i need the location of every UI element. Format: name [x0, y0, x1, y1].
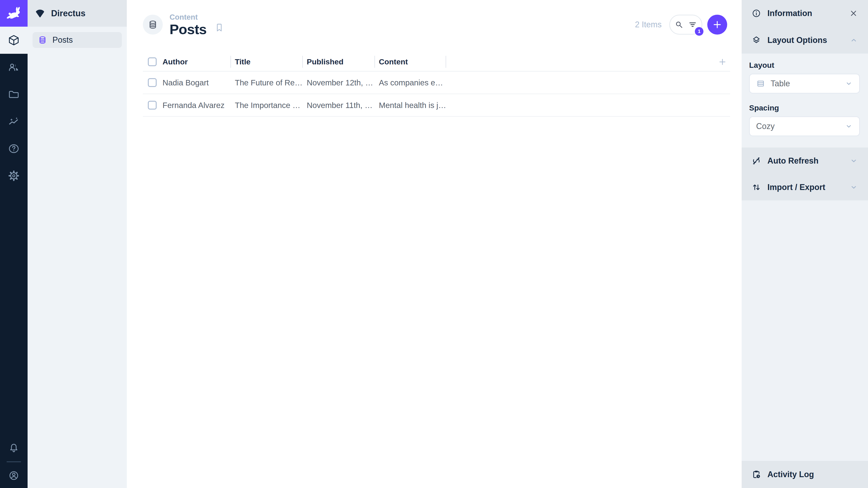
- collection-icon-button[interactable]: [143, 15, 163, 35]
- column-header-author[interactable]: Author: [159, 53, 230, 71]
- users-icon: [8, 61, 20, 73]
- cell-content: As companies e…: [374, 72, 446, 94]
- module-settings[interactable]: [0, 162, 28, 189]
- directus-app: { "colors": { "brand_purple": "#6644ff",…: [0, 0, 868, 488]
- project-name: Directus: [51, 8, 86, 18]
- cell-published: November 12th, …: [302, 72, 374, 94]
- bell-icon: [8, 442, 20, 454]
- cell-author: Fernanda Alvarez: [159, 94, 230, 116]
- table-layout-icon: [756, 79, 765, 88]
- title-block: Content Posts: [169, 13, 207, 36]
- nav-item-label: Posts: [53, 35, 73, 45]
- cell-content: Mental health is j…: [374, 94, 446, 116]
- plus-icon: [712, 20, 722, 30]
- import-export-accordion[interactable]: Import / Export: [742, 174, 868, 200]
- layout-options-accordion[interactable]: Layout Options: [742, 27, 868, 54]
- sidebar-empty-space: [742, 200, 868, 461]
- cube-icon: [8, 34, 20, 46]
- database-icon: [38, 35, 47, 44]
- plus-icon: [718, 57, 727, 66]
- column-header-title[interactable]: Title: [230, 53, 302, 71]
- activity-log-label: Activity Log: [767, 470, 814, 479]
- table-row[interactable]: Fernanda Alvarez The Importance … Novemb…: [143, 94, 730, 117]
- table-header-row: Author Title Published Content: [143, 53, 730, 72]
- spacing-select-value: Cozy: [756, 122, 839, 131]
- chevron-down-icon: [849, 183, 858, 192]
- column-header-published[interactable]: Published: [302, 53, 374, 71]
- page-title: Posts: [169, 22, 207, 36]
- import-export-icon: [752, 183, 761, 192]
- help-icon: [8, 143, 20, 155]
- activity-log-icon: [752, 470, 761, 479]
- activity-log-button[interactable]: Activity Log: [742, 461, 868, 488]
- account-icon: [8, 470, 20, 481]
- chevron-down-icon: [849, 157, 858, 165]
- sidebar-title: Information: [767, 8, 812, 18]
- module-bar-divider: [6, 461, 21, 462]
- project-fan-icon: [35, 8, 45, 18]
- module-users[interactable]: [0, 54, 28, 81]
- module-insights[interactable]: [0, 108, 28, 135]
- chevron-down-icon: [845, 122, 853, 130]
- layers-icon: [752, 35, 761, 45]
- nav-item-posts[interactable]: Posts: [33, 32, 122, 48]
- directus-logo-button[interactable]: [0, 0, 28, 27]
- filter-icon[interactable]: [688, 20, 698, 29]
- accordion-label: Auto Refresh: [767, 156, 818, 166]
- cell-title: The Importance …: [230, 94, 302, 116]
- items-table: Author Title Published Content Nadia Bog…: [143, 53, 730, 117]
- row-checkbox[interactable]: [148, 78, 157, 87]
- layout-select-value: Table: [771, 79, 839, 88]
- select-all-checkbox[interactable]: [148, 57, 157, 66]
- column-header-content[interactable]: Content: [374, 53, 446, 71]
- database-icon: [148, 20, 158, 30]
- spacing-field-label: Spacing: [749, 103, 860, 112]
- create-item-button[interactable]: [707, 15, 727, 35]
- insights-icon: [8, 116, 20, 127]
- settings-icon: [8, 170, 20, 182]
- layout-select[interactable]: Table: [749, 74, 860, 94]
- bookmark-icon: [214, 23, 224, 33]
- close-icon: [849, 9, 858, 18]
- table-row[interactable]: Nadia Bogart The Future of Re… November …: [143, 72, 730, 94]
- page-header: Content Posts 2 Items 1: [127, 0, 742, 49]
- module-help[interactable]: [0, 135, 28, 162]
- cell-author: Nadia Bogart: [159, 72, 230, 94]
- auto-refresh-accordion[interactable]: Auto Refresh: [742, 148, 868, 174]
- layout-field-label: Layout: [749, 61, 860, 70]
- spacing-select[interactable]: Cozy: [749, 116, 860, 136]
- accordion-label: Import / Export: [767, 183, 825, 192]
- items-count: 2 Items: [635, 20, 662, 29]
- add-column-button[interactable]: [718, 57, 730, 66]
- collections-nav: Posts: [28, 27, 127, 53]
- notifications-button[interactable]: [0, 435, 28, 460]
- accordion-label: Layout Options: [767, 35, 827, 45]
- close-sidebar-button[interactable]: [849, 9, 858, 18]
- chevron-up-icon: [849, 36, 858, 44]
- info-icon: [752, 8, 761, 18]
- directus-rabbit-icon: [5, 6, 22, 21]
- main-content: Content Posts 2 Items 1: [127, 0, 742, 488]
- cell-title: The Future of Re…: [230, 72, 302, 94]
- bookmark-button[interactable]: [214, 23, 224, 33]
- sync-disabled-icon: [752, 156, 761, 166]
- search-filter-pill: 1: [669, 15, 702, 35]
- information-header: Information: [742, 0, 868, 27]
- filter-count-badge: 1: [695, 27, 704, 36]
- breadcrumb: Content: [169, 13, 207, 22]
- nav-sidebar: Directus Posts: [28, 0, 127, 488]
- module-content[interactable]: [0, 27, 28, 54]
- module-bar: [0, 0, 28, 488]
- module-files[interactable]: [0, 81, 28, 108]
- cell-published: November 11th, …: [302, 94, 374, 116]
- account-button[interactable]: [0, 463, 28, 488]
- folder-icon: [8, 89, 20, 100]
- info-sidebar: Information Layout Options Layout Table: [742, 0, 868, 488]
- row-checkbox[interactable]: [148, 101, 157, 109]
- search-icon[interactable]: [674, 20, 684, 29]
- project-switcher[interactable]: Directus: [28, 0, 127, 27]
- chevron-down-icon: [845, 79, 853, 88]
- layout-options-panel: Layout Table Spacing Cozy: [742, 54, 868, 148]
